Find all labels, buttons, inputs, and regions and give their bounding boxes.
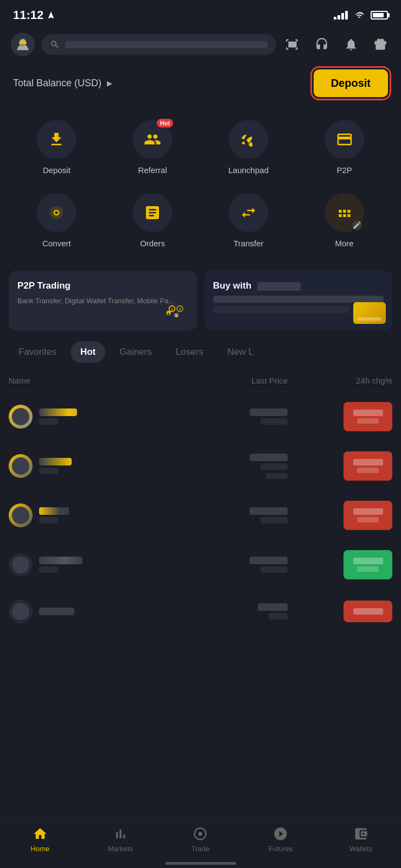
action-more[interactable]: More: [296, 187, 392, 254]
convert-icon-circle: [37, 193, 76, 232]
tab-gainers[interactable]: Gainers: [110, 341, 162, 363]
header: [0, 28, 401, 61]
status-icons: [334, 11, 388, 20]
gift-icon[interactable]: [371, 35, 390, 54]
market-row[interactable]: [9, 540, 392, 590]
market-row[interactable]: [9, 590, 392, 634]
svg-rect-2: [21, 44, 25, 47]
orders-icon-circle: [133, 193, 172, 232]
p2p-banner-icon: $ $ ◆ ◆: [162, 300, 190, 324]
wifi-icon: [353, 11, 365, 20]
svg-text:$: $: [179, 307, 181, 311]
action-convert[interactable]: Convert: [9, 187, 105, 254]
status-bar: 11:12: [0, 0, 401, 28]
market-table-header: Name Last Price 24h chg%: [9, 372, 392, 392]
market-row[interactable]: [9, 491, 392, 540]
avatar[interactable]: [11, 33, 35, 56]
location-arrow-icon: [47, 11, 55, 20]
nav-wallets[interactable]: Wallets: [339, 826, 383, 853]
tab-new[interactable]: New L: [218, 341, 263, 363]
home-nav-label: Home: [31, 845, 50, 853]
wallets-nav-label: Wallets: [349, 845, 372, 853]
coin-text: [39, 458, 72, 474]
deposit-icon-circle: [37, 120, 76, 159]
balance-toggle-arrow[interactable]: ▶: [107, 79, 112, 87]
nav-home[interactable]: Home: [18, 826, 62, 853]
deposit-button-header[interactable]: Deposit: [314, 69, 388, 97]
hot-badge: Hot: [157, 119, 173, 127]
coin-icon: [9, 405, 33, 429]
transfer-icon-circle: [229, 193, 268, 232]
change-badge-red: [343, 451, 392, 481]
p2p-label: P2P: [336, 165, 352, 175]
notification-icon[interactable]: [341, 35, 361, 54]
launchpad-icon-circle: [229, 120, 268, 159]
change-col: [288, 501, 392, 530]
home-nav-icon: [33, 826, 48, 841]
svg-text:$: $: [171, 307, 173, 311]
scan-icon[interactable]: [283, 35, 302, 54]
market-row[interactable]: [9, 442, 392, 491]
futures-nav-label: Futures: [269, 845, 292, 853]
futures-nav-icon: [273, 826, 288, 841]
change-col: [288, 451, 392, 481]
action-referral[interactable]: Hot Referral: [105, 113, 201, 181]
coin-info: [9, 599, 148, 623]
coin-info: [9, 454, 148, 478]
change-col: [288, 550, 392, 579]
price-col: [148, 454, 288, 479]
market-tabs: Favorites Hot Gainers Losers New L: [0, 341, 401, 363]
action-p2p[interactable]: P2P: [296, 113, 392, 181]
bottom-nav: Home Markets Trade Futures Wallets: [0, 819, 401, 868]
col-header-change: 24h chg%: [288, 376, 392, 385]
p2p-icon-circle: [325, 120, 364, 159]
coin-icon: [9, 599, 33, 623]
action-orders[interactable]: Orders: [105, 187, 201, 254]
trade-nav-label: Trade: [192, 845, 209, 853]
svg-text:◆: ◆: [167, 311, 170, 315]
quick-actions-row2: Convert Orders Transfer: [0, 187, 401, 265]
nav-trade[interactable]: Trade: [179, 826, 222, 853]
markets-nav-icon: [113, 826, 128, 841]
svg-point-5: [55, 211, 58, 214]
coin-text: [39, 608, 74, 615]
action-deposit[interactable]: Deposit: [9, 113, 105, 181]
price-col: [148, 603, 288, 620]
nav-markets[interactable]: Markets: [99, 826, 142, 853]
balance-label[interactable]: Total Balance (USD) ▶: [13, 78, 112, 89]
balance-text: Total Balance (USD): [13, 78, 101, 89]
change-badge-red: [343, 501, 392, 530]
headphone-icon[interactable]: [312, 35, 332, 54]
search-bar[interactable]: [41, 34, 276, 55]
buy-banner-card[interactable]: Buy with: [205, 271, 393, 330]
p2p-banner-title: P2P Trading: [17, 280, 188, 291]
action-launchpad[interactable]: Launchpad: [201, 113, 297, 181]
coin-text: [39, 409, 77, 425]
svg-point-16: [199, 832, 202, 836]
price-col: [148, 557, 288, 573]
tab-hot[interactable]: Hot: [71, 341, 105, 363]
coin-info: [9, 405, 148, 429]
more-icon-circle: [325, 193, 364, 232]
buy-card-icon: [353, 302, 386, 324]
launchpad-label: Launchpad: [228, 165, 269, 175]
battery-icon: [371, 11, 388, 20]
tab-favorites[interactable]: Favorites: [9, 341, 66, 363]
p2p-banner-card[interactable]: P2P Trading Bank Transfer, Digital Walle…: [9, 271, 197, 330]
tab-losers[interactable]: Losers: [166, 341, 213, 363]
quick-actions-row1: Deposit Hot Referral Launchpad P2P: [0, 108, 401, 192]
wallets-nav-icon: [353, 826, 368, 841]
orders-label: Orders: [140, 239, 165, 248]
convert-label: Convert: [42, 239, 71, 248]
price-col: [148, 507, 288, 524]
market-table: Name Last Price 24h chg%: [0, 372, 401, 634]
buy-banner-title: Buy with: [213, 280, 384, 291]
col-header-name: Name: [9, 376, 148, 385]
coin-info: [9, 503, 148, 527]
nav-futures[interactable]: Futures: [259, 826, 302, 853]
deposit-label: Deposit: [43, 165, 71, 175]
referral-icon-circle: Hot: [133, 120, 172, 159]
market-row[interactable]: [9, 392, 392, 442]
action-transfer[interactable]: Transfer: [201, 187, 297, 254]
coin-icon: [9, 553, 33, 577]
